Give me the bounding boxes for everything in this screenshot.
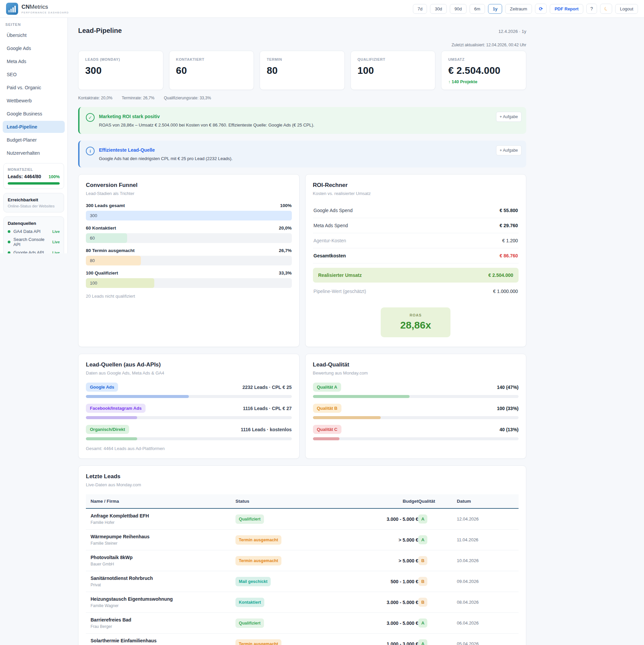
table-row[interactable]: Barrierefreies Bad Frau Berger Qualifizi… [86,613,519,634]
umsatz-delta: ↑ 140 Projekte [448,79,519,84]
sidebar-section-label: SEITEN [5,22,67,27]
table-row[interactable]: Solarthermie Einfamilienhaus Familie Kle… [86,634,519,645]
lead-quality-panel: Lead-Qualität Bewertung aus Monday.com Q… [305,354,527,459]
kpi-card-umsatz: UMSATZ € 2.504.000 ↑ 140 Projekte [441,51,526,90]
monthly-goal-label: MONATSZIEL [8,167,60,171]
funnel-bar: 80 [86,256,292,265]
sidebar-item-google-business[interactable]: Google Business [3,108,65,120]
page-date-range: 12.4.2026 · 1y [498,29,526,34]
lead-date: 12.04.2026 [457,516,514,522]
budget-value: 3.000 - 5.000 € [346,600,418,605]
main-content: Lead-Pipeline 12.4.2026 · 1y Zuletzt akt… [68,18,644,645]
range-button-6m[interactable]: 6m [470,4,485,14]
sidebar-item-wettbewerb[interactable]: Wettbewerb [3,95,65,107]
lead-name: Solarthermie Einfamilienhaus [91,638,235,643]
budget-value: 3.000 - 5.000 € [346,516,418,522]
sidebar-item-budget-planer[interactable]: Budget-Planer [3,134,65,146]
lead-date: 10.04.2026 [457,558,514,563]
sidebar-item-meta-ads[interactable]: Meta Ads [3,55,65,67]
brand: CNMetrics PERFORMANCE DASHBOARD [6,3,69,15]
range-button-7d[interactable]: 7d [413,4,427,14]
status-badge: Qualifiziert [235,618,264,628]
live-badge: Live [52,251,60,254]
monthly-goal-progressbar [8,182,60,185]
terminrate: Terminrate: 26,7% [122,96,154,100]
panel-title: ROI-Rechner [313,182,519,189]
kpi-card-kontaktiert: KONTAKTIERT 60 [169,51,254,90]
quality-badge: B [418,577,427,586]
sidebar-item-nutzerverhalten[interactable]: Nutzerverhalten [3,147,65,159]
table-row[interactable]: Sanitärnotdienst Rohrbruch Privat Mail g… [86,571,519,592]
quality-row: Qualität B 100 (33%) [313,404,519,419]
quality-pill: Qualität C [313,425,341,434]
conversion-rates: Kontaktrate: 20,0% Terminrate: 26,7% Qua… [78,96,526,100]
sidebar-item-seo[interactable]: SEO [3,68,65,81]
logout-button[interactable]: Logout [615,4,638,14]
quality-row: Qualität C 40 (13%) [313,425,519,440]
top-bar: CNMetrics PERFORMANCE DASHBOARD 7d 30d 9… [0,0,644,18]
lead-name: Photovoltaik 8kWp [91,555,235,560]
funnel-stage: 60 Kontaktiert20,0% 60 [86,226,292,243]
range-button-zeitraum[interactable]: Zeitraum [505,4,532,14]
brand-subtitle: PERFORMANCE DASHBOARD [21,11,69,14]
sidebar-item-lead-pipeline[interactable]: Lead-Pipeline [3,121,65,133]
status-badge: Qualifiziert [235,514,264,524]
sidebar-item-paid-vs-organic[interactable]: Paid vs. Organic [3,82,65,94]
budget-value: > 5.000 € [346,537,418,543]
lead-company: Privat [91,583,235,587]
moon-icon: ☾ [603,6,609,11]
check-circle-icon: ✓ [86,113,95,122]
quality-pill: Qualität B [313,404,341,413]
datasource-row: GA4 Data API Live [8,229,60,234]
kpi-card-termin: TERMIN 80 [260,51,345,90]
table-row[interactable]: Heizungstausch Eigentumswohnung Familie … [86,592,519,613]
lead-name: Anfrage Komplettbad EFH [91,513,235,518]
range-button-90d[interactable]: 90d [450,4,467,14]
funnel-stage: 100 Qualifiziert33,3% 100 [86,270,292,288]
source-pill: Organisch/Direkt [86,425,129,434]
alert-description: Google Ads hat den niedrigsten CPL mit €… [99,156,232,161]
funnel-bar: 60 [86,233,292,243]
panel-subtitle: Lead-Stadien als Trichter [86,191,292,196]
source-pill: Facebook/Instagram Ads [86,404,146,413]
source-pill: Google Ads [86,383,118,392]
add-task-button[interactable]: + Aufgabe [496,112,522,122]
help-button[interactable]: ? [586,4,597,14]
refresh-button[interactable]: ⟳ [535,4,547,14]
alert-best-source: i Effizienteste Lead-Quelle Google Ads h… [78,141,526,167]
kpi-grid: LEADS (MONDAY) 300 KONTAKTIERT 60 TERMIN… [78,51,526,90]
status-badge: Termin ausgemacht [235,535,281,545]
range-button-30d[interactable]: 30d [430,4,447,14]
sources-total-note: Gesamt: 4464 Leads aus Ad-Plattformen [86,446,292,451]
monthly-goal-value: Leads: 4464/80 [8,174,41,179]
add-task-button[interactable]: + Aufgabe [496,145,522,155]
quality-badge: A [418,639,427,645]
pdf-report-button[interactable]: PDF Report [550,4,583,14]
last-updated-text: Zuletzt aktualisiert: 12.04.2026, 00:42 … [78,43,526,47]
sidebar-item-uebersicht[interactable]: Übersicht [3,29,65,41]
sidebar: SEITEN Übersicht Google Ads Meta Ads SEO… [0,18,68,253]
sidebar-item-google-ads[interactable]: Google Ads [3,42,65,54]
range-button-1y[interactable]: 1y [488,4,502,14]
budget-value: 1.000 - 3.000 € [346,641,418,645]
topbar-actions: 7d 30d 90d 6m 1y Zeitraum ⟳ PDF Report ?… [413,4,638,14]
budget-value: 3.000 - 5.000 € [346,621,418,626]
lead-source-row: Facebook/Instagram Ads 1116 Leads · CPL … [86,404,292,419]
recent-leads-panel: Letzte Leads Live-Daten aus Monday.com N… [78,465,526,645]
status-badge: Termin ausgemacht [235,639,281,645]
roas-value: 28,86x [381,319,450,331]
status-dot-icon [8,251,10,254]
lead-source-row: Organisch/Direkt 1116 Leads · kostenlos [86,425,292,440]
table-row[interactable]: Anfrage Komplettbad EFH Familie Hofer Qu… [86,509,519,530]
lead-name: Wärmepumpe Reihenhaus [91,534,235,539]
live-badge: Live [52,230,60,234]
panel-title: Letzte Leads [86,473,519,480]
qualifizierungsrate: Qualifizierungsrate: 33,3% [164,96,211,100]
theme-toggle-button[interactable]: ☾ [600,4,612,14]
quality-badge: B [418,556,427,565]
table-row[interactable]: Wärmepumpe Reihenhaus Familie Steiner Te… [86,530,519,550]
table-row[interactable]: Photovoltaik 8kWp Bauer GmbH Termin ausg… [86,550,519,571]
status-badge: Termin ausgemacht [235,556,281,565]
roi-row-total: Gesamtkosten € 86.760 [313,248,519,263]
lead-company: Frau Berger [91,624,235,629]
